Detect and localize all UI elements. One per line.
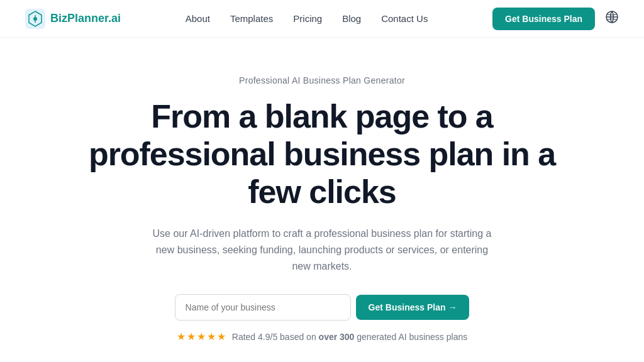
nav-templates[interactable]: Templates [230, 13, 273, 24]
logo-icon [25, 9, 45, 29]
hero-section: Professional AI Business Plan Generator … [0, 38, 644, 362]
svg-point-1 [33, 17, 37, 21]
header: BizPlanner.ai About Templates Pricing Bl… [0, 0, 644, 38]
globe-icon [605, 10, 619, 24]
nav-blog[interactable]: Blog [342, 13, 361, 24]
business-name-input[interactable] [175, 294, 351, 321]
main-nav: About Templates Pricing Blog Contact Us [186, 13, 428, 24]
logo[interactable]: BizPlanner.ai [25, 9, 121, 29]
logo-wordmark: BizPlanner.ai [50, 12, 121, 25]
rating-text: Rated 4.9/5 based on over 300 generated … [232, 332, 467, 342]
star-rating: ★★★★★ [177, 331, 227, 343]
rating-row: ★★★★★ Rated 4.9/5 based on over 300 gene… [177, 331, 467, 343]
header-cta-button[interactable]: Get Business Plan [492, 8, 595, 30]
nav-pricing[interactable]: Pricing [293, 13, 322, 24]
hero-subtitle: Professional AI Business Plan Generator [239, 75, 405, 85]
hero-input-row: Get Business Plan → [175, 294, 470, 321]
nav-about[interactable]: About [186, 13, 210, 24]
hero-title: From a blank page to a professional busi… [70, 98, 574, 211]
hero-cta-button[interactable]: Get Business Plan → [356, 295, 470, 320]
language-selector-button[interactable] [605, 10, 619, 27]
header-actions: Get Business Plan [492, 8, 619, 30]
nav-contact[interactable]: Contact Us [381, 13, 428, 24]
hero-description: Use our AI-driven platform to craft a pr… [146, 226, 498, 274]
